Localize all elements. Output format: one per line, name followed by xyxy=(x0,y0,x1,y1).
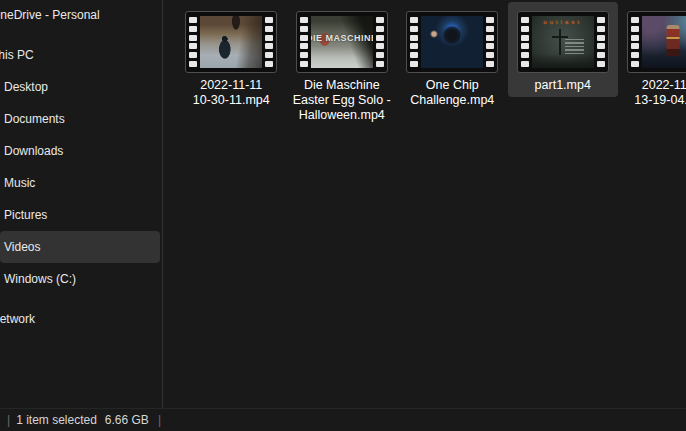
sidebar-item-label: Music xyxy=(4,176,35,190)
filmstrip-hole xyxy=(486,35,494,41)
filmstrip-holes-right xyxy=(262,12,276,72)
file-name-line: Easter Egg Solo - xyxy=(293,93,391,108)
file-item-2022-11-11-10-30-11-mp4[interactable]: 2022-11-1110-30-11.mp4 xyxy=(176,2,287,112)
filmstrip-hole xyxy=(189,35,197,41)
filmstrip-holes-right xyxy=(373,12,387,72)
filmstrip-hole xyxy=(300,52,308,58)
file-name-line: 13-19-04.mp4 xyxy=(634,93,686,108)
sidebar-item-label: This PC xyxy=(0,48,34,62)
sidebar-item-desktop[interactable]: Desktop xyxy=(0,71,160,103)
filmstrip-hole xyxy=(486,26,494,32)
video-thumbnail xyxy=(200,16,262,68)
filmstrip-hole xyxy=(265,52,273,58)
filmstrip-hole xyxy=(410,61,418,67)
filmstrip-hole xyxy=(189,52,197,58)
status-bar: | 1 item selected 6.66 GB | xyxy=(0,408,686,431)
status-selection-summary: 1 item selected xyxy=(16,413,105,427)
video-filmstrip-icon xyxy=(185,11,277,73)
filmstrip-holes-left xyxy=(297,12,311,72)
filmstrip-hole xyxy=(486,17,494,23)
filmstrip-hole xyxy=(486,43,494,49)
file-explorer-window: OneDrive - Personal This PC Desktop Docu… xyxy=(0,0,686,431)
file-name-line: Challenge.mp4 xyxy=(410,93,494,108)
filmstrip-hole xyxy=(376,61,384,67)
file-name-line: Halloween.mp4 xyxy=(293,108,391,123)
thumbnail-overlay-text: DIE MASCHINE xyxy=(311,33,373,43)
file-item-part1-mp4[interactable]: outlast part1.mp4 xyxy=(508,2,619,97)
filmstrip-hole xyxy=(376,26,384,32)
sidebar-item-label: Windows (C:) xyxy=(4,272,76,286)
filmstrip-hole xyxy=(410,35,418,41)
sidebar-item-pictures[interactable]: Pictures xyxy=(0,199,160,231)
thumbnail-overlay-text: outlast xyxy=(543,19,582,25)
filmstrip-hole xyxy=(521,43,529,49)
sidebar-item-windows-c[interactable]: Windows (C:) xyxy=(0,263,160,295)
file-name: part1.mp4 xyxy=(535,78,591,93)
filmstrip-holes-left xyxy=(407,12,421,72)
filmstrip-hole xyxy=(189,17,197,23)
video-filmstrip-icon xyxy=(406,11,498,73)
sidebar-item-documents[interactable]: Documents xyxy=(0,103,160,135)
filmstrip-holes-left xyxy=(186,12,200,72)
sidebar-item-this-pc[interactable]: This PC xyxy=(0,39,160,71)
filmstrip-hole xyxy=(597,61,605,67)
file-item-one-chip-challenge-mp4[interactable]: One ChipChallenge.mp4 xyxy=(397,2,508,112)
file-grid: 2022-11-1110-30-11.mp4 DIE MASCHINE Die … xyxy=(176,2,686,127)
file-item-die-maschine-easter-egg-solo-halloween-mp4[interactable]: DIE MASCHINE Die MaschineEaster Egg Solo… xyxy=(287,2,398,127)
file-name: 2022-11-1110-30-11.mp4 xyxy=(193,78,270,108)
filmstrip-hole xyxy=(631,43,639,49)
file-name: 2022-11-1313-19-04.mp4 xyxy=(634,78,686,108)
filmstrip-hole xyxy=(300,26,308,32)
file-name-line: 2022-11-11 xyxy=(193,78,270,93)
filmstrip-holes-right xyxy=(483,12,497,72)
video-thumbnail xyxy=(421,16,483,68)
sidebar-item-music[interactable]: Music xyxy=(0,167,160,199)
filmstrip-holes-left xyxy=(628,12,642,72)
filmstrip-hole xyxy=(376,52,384,58)
filmstrip-hole xyxy=(597,52,605,58)
filmstrip-hole xyxy=(631,61,639,67)
sidebar-item-network[interactable]: Network xyxy=(0,303,160,335)
filmstrip-holes-left xyxy=(518,12,532,72)
files-view: 2022-11-1110-30-11.mp4 DIE MASCHINE Die … xyxy=(163,0,686,408)
sidebar-item-videos[interactable]: Videos xyxy=(0,231,160,263)
filmstrip-hole xyxy=(521,52,529,58)
file-item-2022-11-13-13-19-04-mp4[interactable]: 2022-11-1313-19-04.mp4 xyxy=(618,2,686,112)
status-selection-size: 6.66 GB xyxy=(105,413,151,427)
file-name: One ChipChallenge.mp4 xyxy=(410,78,494,108)
filmstrip-holes-right xyxy=(594,12,608,72)
sidebar-item-onedrive-personal[interactable]: OneDrive - Personal xyxy=(0,0,160,31)
filmstrip-hole xyxy=(376,17,384,23)
status-divider-right: | xyxy=(151,413,167,427)
navigation-pane: OneDrive - Personal This PC Desktop Docu… xyxy=(0,0,162,408)
file-name-line: 2022-11-13 xyxy=(634,78,686,93)
filmstrip-hole xyxy=(300,35,308,41)
file-name-line: Die Maschine xyxy=(293,78,391,93)
filmstrip-hole xyxy=(521,26,529,32)
filmstrip-hole xyxy=(631,35,639,41)
video-thumbnail: outlast xyxy=(532,16,594,68)
sidebar-item-downloads[interactable]: Downloads xyxy=(0,135,160,167)
sidebar-item-label: Desktop xyxy=(4,80,48,94)
sidebar-item-label: Network xyxy=(0,312,35,326)
filmstrip-hole xyxy=(410,52,418,58)
filmstrip-hole xyxy=(410,43,418,49)
video-thumbnail: DIE MASCHINE xyxy=(311,16,373,68)
filmstrip-hole xyxy=(631,26,639,32)
filmstrip-hole xyxy=(300,43,308,49)
status-divider-left: | xyxy=(0,413,16,427)
filmstrip-hole xyxy=(410,26,418,32)
filmstrip-hole xyxy=(597,43,605,49)
filmstrip-hole xyxy=(597,26,605,32)
filmstrip-hole xyxy=(189,26,197,32)
video-thumbnail xyxy=(642,16,686,68)
video-filmstrip-icon: DIE MASCHINE xyxy=(296,11,388,73)
filmstrip-hole xyxy=(376,35,384,41)
filmstrip-hole xyxy=(631,52,639,58)
filmstrip-hole xyxy=(521,35,529,41)
filmstrip-hole xyxy=(631,17,639,23)
file-name-line: part1.mp4 xyxy=(535,78,591,93)
sidebar-item-label: Documents xyxy=(4,112,65,126)
filmstrip-hole xyxy=(265,43,273,49)
filmstrip-hole xyxy=(597,17,605,23)
